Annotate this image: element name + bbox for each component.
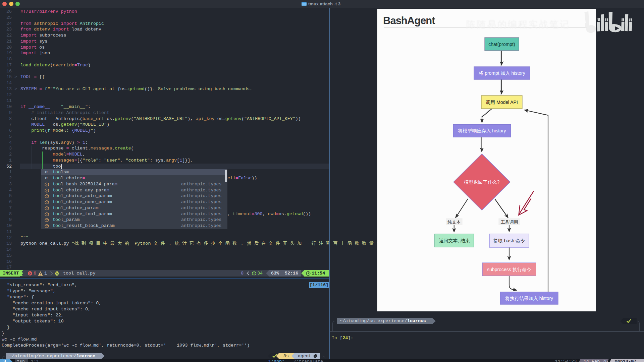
svg-text:工具调用: 工具调用 <box>501 220 518 225</box>
svg-text:将模型响应存入 history: 将模型响应存入 history <box>458 128 506 133</box>
svg-text:将 prompt 加入 history: 将 prompt 加入 history <box>478 70 525 76</box>
svg-text:调用 Model API: 调用 Model API <box>486 100 518 105</box>
svg-text:返回文本, 结束: 返回文本, 结束 <box>439 238 470 243</box>
svg-text:纯文本: 纯文本 <box>447 220 461 225</box>
svg-text:subprocess 执行命令: subprocess 执行命令 <box>487 267 531 272</box>
svg-text:chat(prompt): chat(prompt) <box>488 42 515 47</box>
svg-text:模型返回了什么?: 模型返回了什么? <box>464 179 500 185</box>
svg-text:提取 bash 命令: 提取 bash 命令 <box>493 238 525 243</box>
svg-text:将执行结果加入 history: 将执行结果加入 history <box>505 296 553 301</box>
